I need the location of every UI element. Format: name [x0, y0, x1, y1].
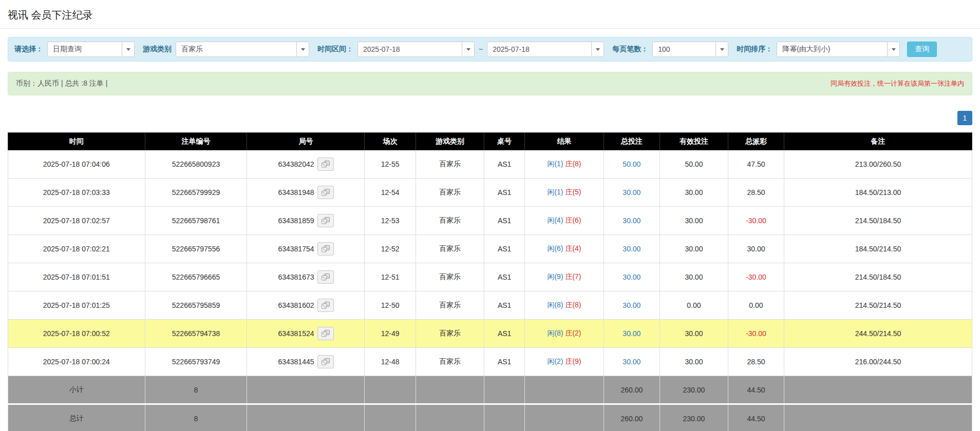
cell-valid-bet: 30.00 — [659, 235, 728, 263]
cell-round-id: 634382042 — [247, 150, 365, 179]
cell-round-id: 634381754 — [247, 235, 365, 263]
footer-empty-cell — [247, 376, 365, 404]
cell-result: 闲(2) 庄(9) — [525, 348, 604, 376]
subtotal-row: 小计 8 260.00 230.00 44.50 — [8, 376, 972, 404]
total-bet-link[interactable]: 30.00 — [623, 358, 640, 366]
total-bet-link[interactable]: 30.00 — [623, 188, 640, 197]
video-replay-button[interactable] — [317, 299, 334, 312]
caret-down-icon — [591, 42, 604, 56]
col-header-total-bet: 总投注 — [604, 133, 659, 150]
cell-bet-id: 522665795859 — [145, 291, 247, 320]
subtotal-total-bet: 260.00 — [604, 376, 659, 404]
table-row: 2025-07-18 07:04:06 522665800923 6343820… — [8, 150, 972, 179]
cell-bet-id: 522665799929 — [145, 179, 247, 207]
cell-round-id: 634381445 — [247, 348, 365, 376]
result-player: 闲(8) — [547, 329, 563, 337]
col-header-payout: 总派彩 — [728, 133, 784, 150]
per-page-select[interactable]: 100 — [652, 42, 728, 57]
query-type-select[interactable]: 日期查询 — [47, 42, 135, 57]
date-from-select[interactable]: 2025-07-18 — [357, 42, 475, 57]
video-replay-button[interactable] — [317, 355, 334, 368]
cell-payout: 47.50 — [728, 150, 784, 179]
video-replay-button[interactable] — [317, 214, 334, 227]
pagination-page-button[interactable]: 1 — [957, 111, 972, 125]
cell-game: 百家乐 — [416, 320, 484, 348]
cell-total-bet: 30.00 — [604, 263, 659, 291]
dice-icon — [322, 330, 330, 337]
round-id-text: 634381602 — [278, 301, 314, 309]
table-body: 2025-07-18 07:04:06 522665800923 6343820… — [8, 150, 972, 376]
caret-down-icon — [715, 42, 728, 56]
search-button[interactable]: 查询 — [907, 42, 937, 57]
total-bet-link[interactable]: 30.00 — [623, 217, 640, 225]
game-category-label: 游戏类别 — [143, 45, 172, 54]
date-from-value: 2025-07-18 — [358, 42, 462, 56]
round-id-text: 634381673 — [278, 273, 314, 281]
per-page-value: 100 — [653, 42, 715, 56]
cell-bet-id: 522665794738 — [145, 320, 247, 348]
cell-result: 闲(1) 庄(8) — [525, 150, 604, 179]
cell-payout: 30.00 — [728, 235, 784, 263]
video-replay-button[interactable] — [317, 158, 334, 171]
cell-payout: -30.00 — [728, 320, 784, 348]
cell-valid-bet: 50.00 — [659, 150, 728, 179]
total-label: 总计 — [8, 404, 145, 431]
result-player: 闲(1) — [547, 188, 563, 196]
result-banker: 庄(5) — [565, 188, 581, 196]
subtotal-count: 8 — [145, 376, 247, 404]
total-payout: 44.50 — [728, 404, 784, 431]
cell-round-id: 634381948 — [247, 179, 365, 207]
cell-total-bet: 50.00 — [604, 150, 659, 179]
cell-session: 12-51 — [365, 263, 416, 291]
cell-payout: -30.00 — [728, 207, 784, 235]
cell-round-id: 634381524 — [247, 320, 365, 348]
cell-table-no: AS1 — [484, 179, 525, 207]
video-replay-button[interactable] — [317, 242, 334, 256]
col-header-round-id: 局号 — [247, 133, 365, 150]
table-row: 2025-07-18 07:02:21 522665797556 6343817… — [8, 235, 972, 263]
cell-game: 百家乐 — [416, 348, 484, 376]
cell-total-bet: 30.00 — [604, 179, 659, 207]
dice-icon — [322, 273, 330, 281]
footer-empty-cell — [525, 376, 604, 404]
cell-table-no: AS1 — [484, 291, 525, 320]
time-range-label: 时间区间： — [317, 45, 353, 54]
cell-table-no: AS1 — [484, 235, 525, 263]
total-bet-link[interactable]: 50.00 — [623, 160, 640, 168]
total-bet-link[interactable]: 30.00 — [623, 245, 640, 253]
col-header-game: 游戏类别 — [416, 133, 484, 150]
cell-total-bet: 30.00 — [604, 235, 659, 263]
subtotal-label: 小计 — [8, 376, 145, 404]
table-row: 2025-07-18 07:03:33 522665799929 6343819… — [8, 179, 972, 207]
footer-empty-cell — [365, 376, 416, 404]
query-type-label: 请选择： — [14, 45, 43, 54]
cell-bet-id: 522665796665 — [145, 263, 247, 291]
cell-valid-bet: 30.00 — [659, 179, 728, 207]
total-bet-link[interactable]: 30.00 — [623, 329, 640, 338]
cell-game: 百家乐 — [416, 235, 484, 263]
total-bet-link[interactable]: 30.00 — [623, 301, 640, 309]
result-player: 闲(4) — [547, 216, 563, 224]
cell-result: 闲(4) 庄(6) — [525, 207, 604, 235]
cell-payout: -30.00 — [728, 263, 784, 291]
game-category-select[interactable]: 百家乐 — [176, 42, 309, 57]
caret-down-icon — [296, 42, 309, 56]
col-header-table-no: 桌号 — [484, 133, 525, 150]
cell-valid-bet: 0.00 — [659, 291, 728, 320]
cell-bet-id: 522665797556 — [145, 235, 247, 263]
total-bet-link[interactable]: 30.00 — [623, 273, 640, 281]
per-page-label: 每页笔数： — [612, 45, 648, 54]
dice-icon — [322, 358, 330, 365]
video-replay-button[interactable] — [317, 186, 334, 199]
col-header-remark: 备注 — [784, 133, 972, 150]
cell-total-bet: 30.00 — [604, 348, 659, 376]
date-to-select[interactable]: 2025-07-18 — [487, 42, 604, 57]
sort-order-select[interactable]: 降幂(由大到小) — [777, 42, 900, 57]
video-replay-button[interactable] — [317, 327, 334, 340]
subtotal-valid-bet: 230.00 — [659, 376, 728, 404]
table-row: 2025-07-18 07:02:57 522665798761 6343818… — [8, 207, 972, 235]
col-header-valid-bet: 有效投注 — [659, 133, 728, 150]
total-valid-bet: 230.00 — [659, 404, 728, 431]
cell-valid-bet: 30.00 — [659, 320, 728, 348]
video-replay-button[interactable] — [317, 270, 334, 284]
